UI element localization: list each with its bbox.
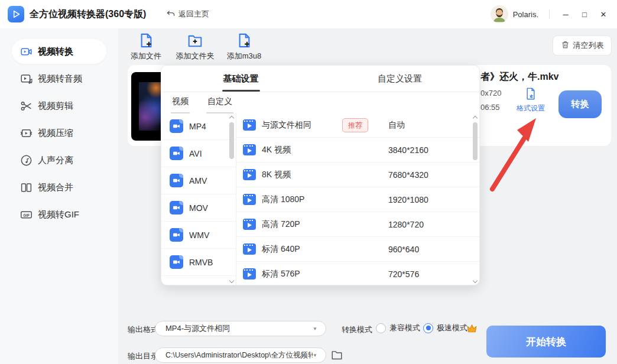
- titlebar-divider: [549, 9, 550, 19]
- file-name: 者》还火，牛.mkv: [480, 71, 558, 83]
- minimize-button[interactable]: ─: [558, 6, 573, 22]
- trash-icon: [561, 40, 570, 51]
- output-dir-dropdown[interactable]: C:\Users\Administrator\Desktop\全方位视频转 ▼: [155, 347, 326, 363]
- output-dir-value: C:\Users\Administrator\Desktop\全方位视频转: [165, 350, 313, 360]
- format-settings-button[interactable]: 格式设置: [512, 87, 550, 113]
- scroll-up-icon[interactable]: [471, 114, 479, 121]
- sidebar-item-3[interactable]: 视频剪辑: [12, 93, 106, 118]
- video-convert-icon: [20, 46, 33, 58]
- caret-down-icon: ▼: [313, 326, 317, 332]
- file-plus-icon: [219, 31, 269, 48]
- video-cut-icon: [20, 100, 33, 112]
- popup-subtabs: 视频 自定义: [171, 96, 233, 113]
- scroll-down-icon[interactable]: [471, 278, 479, 285]
- resolution-value: 3840*2160: [388, 145, 428, 155]
- format-option[interactable]: RMVB: [161, 249, 236, 276]
- app-logo-icon: [8, 6, 24, 22]
- voice-separate-icon: [20, 154, 33, 167]
- film-play-icon: [243, 119, 256, 131]
- maximize-button[interactable]: □: [577, 6, 592, 22]
- subtab-video[interactable]: 视频: [171, 96, 190, 113]
- resolution-value: 1920*1080: [388, 195, 428, 204]
- add-file-label: 添加文件: [121, 51, 171, 61]
- scroll-up-icon[interactable]: [228, 114, 235, 121]
- resolution-name: 与源文件相同: [262, 120, 311, 131]
- video-file-icon: [170, 119, 183, 133]
- sidebar-item-7[interactable]: GIF 视频转GIF: [12, 202, 106, 227]
- resolution-name: 高清 1080P: [262, 194, 304, 205]
- resolution-name: 4K 视频: [262, 145, 291, 155]
- svg-text:GIF: GIF: [23, 213, 30, 217]
- tab-custom-settings[interactable]: 自定义设置: [320, 66, 479, 92]
- resolution-value: 720*576: [388, 269, 419, 279]
- resolution-value: 960*640: [388, 245, 419, 254]
- popup-tabs: 基础设置 自定义设置: [161, 66, 479, 92]
- format-option[interactable]: MOV: [161, 194, 236, 222]
- sidebar-item-1[interactable]: 视频转换: [12, 39, 106, 64]
- resolution-name: 8K 视频: [262, 170, 291, 180]
- resolution-option[interactable]: 标清 640P 960*640: [236, 237, 479, 262]
- resolution-option[interactable]: 高清 1080P 1920*1080: [236, 187, 479, 212]
- format-option[interactable]: MP4: [161, 113, 236, 140]
- video-file-icon: [170, 147, 183, 160]
- compat-mode-label: 兼容模式: [389, 323, 420, 333]
- fast-mode-option[interactable]: 极速模式: [423, 323, 467, 333]
- scrollbar-thumb[interactable]: [229, 122, 234, 159]
- sidebar-item-5[interactable]: 人声分离: [12, 148, 106, 173]
- user-avatar[interactable]: [491, 5, 508, 23]
- resolution-option[interactable]: 高清 720P 1280*720: [236, 212, 479, 237]
- format-option[interactable]: WMV: [161, 222, 236, 249]
- sidebar-item-2[interactable]: 视频转音频: [12, 66, 106, 91]
- output-format-dropdown[interactable]: MP4-与源文件相同 ▼: [155, 321, 326, 336]
- sidebar-item-6[interactable]: 视频合并: [12, 175, 106, 200]
- resolution-option[interactable]: 8K 视频 7680*4320: [236, 162, 479, 187]
- radio-unchecked-icon[interactable]: [376, 323, 386, 333]
- scroll-down-icon[interactable]: [228, 278, 235, 285]
- close-button[interactable]: ✕: [596, 6, 611, 22]
- file-resolution: 0x720: [480, 89, 501, 98]
- compat-mode-option[interactable]: 兼容模式: [376, 323, 420, 333]
- resolution-value: 1280*720: [388, 220, 424, 229]
- sidebar-item-4[interactable]: 视频压缩: [12, 121, 106, 145]
- username: Polaris.: [513, 10, 538, 19]
- film-play-icon: [243, 144, 256, 155]
- radio-checked-icon[interactable]: [423, 323, 433, 333]
- clear-list-button[interactable]: 清空列表: [553, 35, 612, 56]
- caret-down-icon: ▼: [313, 353, 317, 358]
- browse-folder-button[interactable]: [330, 348, 344, 362]
- subtab-custom[interactable]: 自定义: [206, 96, 233, 113]
- format-label: MOV: [189, 203, 208, 213]
- add-m3u8-label: 添加m3u8: [219, 51, 269, 61]
- file-duration: 06:55: [480, 103, 500, 112]
- format-list: MP4 AVI AMV MOV WMV RMVB: [161, 113, 236, 285]
- format-option[interactable]: AVI: [161, 140, 236, 167]
- scrollbar-thumb[interactable]: [473, 122, 478, 160]
- resolution-list-scrollbar[interactable]: [471, 114, 479, 285]
- add-file-button[interactable]: 添加文件: [121, 31, 171, 61]
- resolution-option[interactable]: 标清 576P 720*576: [236, 262, 479, 285]
- back-home-label: 返回主页: [178, 9, 209, 20]
- sidebar: 视频转换 视频转音频 视频剪辑 视频压缩 人声分离 视频合并 GIF 视频转GI…: [0, 28, 118, 364]
- format-option[interactable]: AMV: [161, 167, 236, 194]
- format-label: AMV: [189, 176, 207, 186]
- format-list-scrollbar[interactable]: [228, 114, 235, 285]
- format-label: RMVB: [189, 258, 213, 267]
- tab-basic-settings[interactable]: 基础设置: [161, 66, 320, 92]
- video-compress-icon: [20, 127, 33, 139]
- add-m3u8-button[interactable]: 添加m3u8: [219, 31, 269, 61]
- start-convert-button[interactable]: 开始转换: [486, 326, 606, 358]
- resolution-option[interactable]: 4K 视频 3840*2160: [236, 138, 479, 162]
- add-folder-button[interactable]: 添加文件夹: [171, 31, 219, 61]
- app-title: 全方位视频转换器(360专版): [30, 0, 146, 28]
- format-label: WMV: [189, 230, 209, 240]
- resolution-list: 与源文件相同 推荐 自动 4K 视频 3840*2160 8K 视频 7680*…: [236, 113, 479, 285]
- film-play-icon: [243, 219, 256, 230]
- file-gear-icon: [512, 87, 550, 103]
- film-play-icon: [243, 194, 256, 205]
- back-home-button[interactable]: 返回主页: [166, 0, 209, 28]
- resolution-value: 7680*4320: [388, 170, 428, 180]
- resolution-option[interactable]: 与源文件相同 推荐 自动: [236, 113, 479, 138]
- video-file-icon: [170, 201, 183, 214]
- convert-button[interactable]: 转换: [558, 90, 602, 118]
- format-label: MP4: [189, 122, 206, 131]
